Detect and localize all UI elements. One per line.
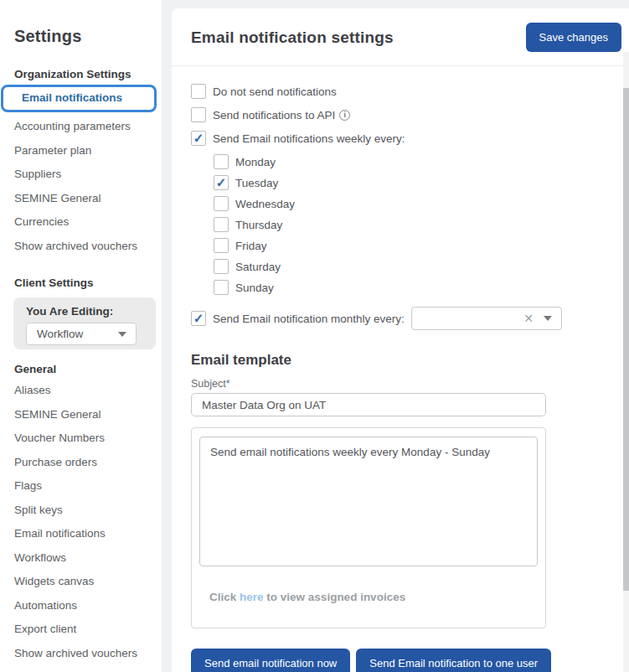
weekday-row-tuesday[interactable]: Tuesday xyxy=(214,175,629,190)
weekday-row-monday[interactable]: Monday xyxy=(214,154,629,169)
client-settings-header: Client Settings xyxy=(14,277,162,289)
sidebar-item-semine-general[interactable]: SEMINE General xyxy=(0,187,162,211)
monday-label: Monday xyxy=(235,156,276,168)
editing-client-value: Workflow xyxy=(37,328,83,340)
sidebar-item-currencies[interactable]: Currencies xyxy=(0,210,162,235)
send-email-one-user-button[interactable]: Send Email notification to one user xyxy=(356,649,551,672)
sidebar-item-semine-general-client[interactable]: SEMINE General xyxy=(0,403,162,427)
weekday-row-saturday[interactable]: Saturday xyxy=(214,259,629,274)
sidebar-item-split-keys[interactable]: Split keys xyxy=(0,499,162,523)
send-to-api-checkbox[interactable] xyxy=(191,107,206,122)
clear-icon[interactable]: ✕ xyxy=(523,313,534,324)
footer-buttons: Send email notification now Send Email n… xyxy=(191,649,629,672)
monthly-day-select[interactable]: ✕ xyxy=(411,307,562,330)
tuesday-label: Tuesday xyxy=(235,177,278,189)
sidebar-item-accounting-parameters[interactable]: Accounting parameters xyxy=(0,115,162,139)
email-body-container: Send email notifications weekly every Mo… xyxy=(191,427,546,628)
invoices-suffix: to view assigned invoices xyxy=(266,591,405,603)
sidebar-item-export-client[interactable]: Export client xyxy=(0,618,162,642)
info-icon[interactable]: i xyxy=(339,110,350,121)
weekly-checkbox[interactable] xyxy=(191,131,206,146)
settings-sidebar: Settings Organization Settings Email not… xyxy=(0,0,162,672)
saturday-label: Saturday xyxy=(235,261,281,273)
saturday-checkbox[interactable] xyxy=(214,259,229,274)
page-title: Email notification settings xyxy=(191,28,394,47)
you-are-editing-box: You Are Editing: Workflow xyxy=(13,297,156,349)
email-notification-settings-panel: Email notification settings Save changes… xyxy=(172,8,629,672)
do-not-send-row[interactable]: Do not send notifications xyxy=(191,84,629,99)
sidebar-title: Settings xyxy=(14,27,162,46)
do-not-send-label: Do not send notifications xyxy=(213,85,337,98)
sunday-checkbox[interactable] xyxy=(214,280,229,295)
friday-checkbox[interactable] xyxy=(214,238,229,253)
sidebar-item-widgets-canvas[interactable]: Widgets canvas xyxy=(0,570,162,594)
do-not-send-checkbox[interactable] xyxy=(191,84,206,99)
send-to-api-row[interactable]: Send notifications to API i xyxy=(191,107,629,122)
thursday-label: Thursday xyxy=(235,219,282,231)
scrollbar-thumb[interactable] xyxy=(623,88,629,591)
sidebar-item-automations[interactable]: Automations xyxy=(0,594,162,618)
org-settings-header: Organization Settings xyxy=(14,68,162,80)
chevron-down-icon[interactable] xyxy=(544,316,552,321)
weekday-row-thursday[interactable]: Thursday xyxy=(214,217,629,232)
scrollbar-track[interactable] xyxy=(623,52,629,672)
sidebar-item-suppliers[interactable]: Suppliers xyxy=(0,163,162,187)
sunday-label: Sunday xyxy=(235,282,274,294)
subject-label: Subject* xyxy=(191,378,629,390)
sidebar-item-purchase-orders[interactable]: Purchase orders xyxy=(0,451,162,475)
monday-checkbox[interactable] xyxy=(214,154,229,169)
panel-header: Email notification settings Save changes xyxy=(172,8,629,66)
thursday-checkbox[interactable] xyxy=(214,217,229,232)
weekday-row-wednesday[interactable]: Wednesday xyxy=(214,196,629,211)
sidebar-item-email-notifications-client[interactable]: Email notifications xyxy=(0,522,162,546)
view-invoices-link[interactable]: here xyxy=(240,591,264,603)
send-email-now-button[interactable]: Send email notification now xyxy=(191,649,350,672)
wednesday-label: Wednesday xyxy=(235,198,295,210)
tuesday-checkbox[interactable] xyxy=(214,175,229,190)
monthly-row[interactable]: Send Email notification monthly every: ✕ xyxy=(191,307,629,330)
weekday-row-sunday[interactable]: Sunday xyxy=(214,280,629,295)
sidebar-item-voucher-numbers[interactable]: Voucher Numbers xyxy=(0,426,162,451)
sidebar-item-show-archived-vouchers-client[interactable]: Show archived vouchers xyxy=(0,642,162,666)
sidebar-item-flags[interactable]: Flags xyxy=(0,474,162,499)
panel-content: Do not send notifications Send notificat… xyxy=(172,66,629,672)
sidebar-item-email-notifications[interactable]: Email notifications xyxy=(1,85,157,112)
monthly-checkbox[interactable] xyxy=(191,311,206,326)
you-are-editing-label: You Are Editing: xyxy=(26,305,156,318)
sidebar-item-workflows[interactable]: Workflows xyxy=(0,546,162,571)
monthly-label: Send Email notification monthly every: xyxy=(213,313,405,325)
email-template-heading: Email template xyxy=(191,352,629,369)
email-body-textarea[interactable]: Send email notifications weekly every Mo… xyxy=(199,437,538,566)
sidebar-item-aliases[interactable]: Aliases xyxy=(0,379,162,403)
general-header: General xyxy=(14,363,162,375)
editing-client-select[interactable]: Workflow xyxy=(26,323,137,345)
subject-input[interactable] xyxy=(191,393,546,416)
weekday-row-friday[interactable]: Friday xyxy=(214,238,629,253)
sidebar-item-parameter-plan[interactable]: Parameter plan xyxy=(0,139,162,163)
weekly-label: Send Email notifications weekly every: xyxy=(213,132,405,145)
weekly-row[interactable]: Send Email notifications weekly every: xyxy=(191,131,629,146)
sidebar-item-show-archived-vouchers[interactable]: Show archived vouchers xyxy=(0,235,162,259)
send-to-api-label: Send notifications to API xyxy=(213,109,335,121)
chevron-down-icon xyxy=(118,332,126,337)
save-changes-button[interactable]: Save changes xyxy=(526,23,621,52)
friday-label: Friday xyxy=(235,240,267,252)
invoices-prefix: Click xyxy=(209,591,236,603)
wednesday-checkbox[interactable] xyxy=(214,196,229,211)
assigned-invoices-line: Click here to view assigned invoices xyxy=(209,591,538,603)
